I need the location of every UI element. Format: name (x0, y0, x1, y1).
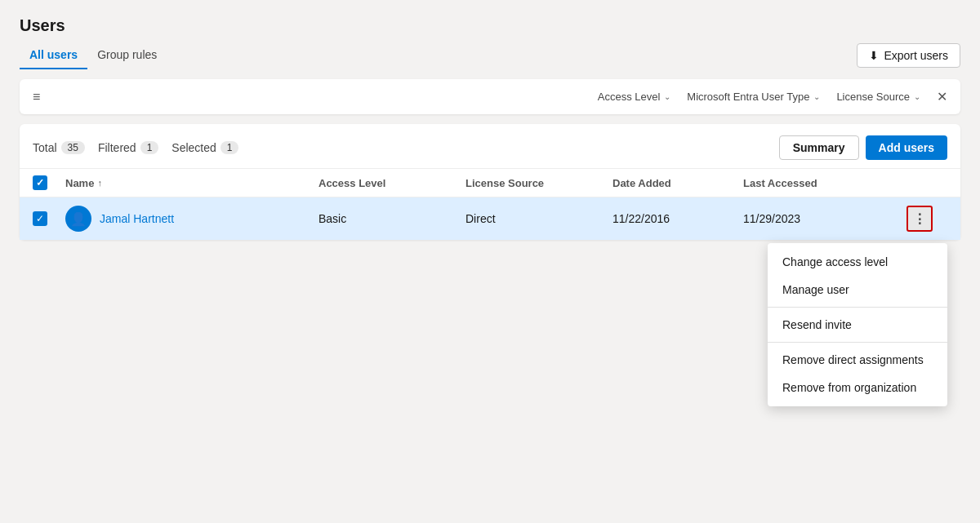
filter-icon[interactable]: ≡ (33, 90, 40, 104)
manage-user-item[interactable]: Manage user (768, 276, 947, 304)
access-level-dropdown[interactable]: Access Level ⌄ (598, 91, 671, 103)
header-actions-col (906, 175, 947, 190)
header-checkbox[interactable]: ✓ (33, 175, 47, 190)
tabs-row: All users Group rules ⬇ Export users (20, 42, 960, 69)
header-license-source-label: License Source (466, 177, 544, 189)
avatar: 👤 (65, 206, 91, 232)
row-check-icon: ✓ (36, 213, 44, 224)
panel-actions: Summary Add users (779, 135, 947, 160)
main-panel: Total 35 Filtered 1 Selected 1 Summary A… (20, 124, 960, 240)
header-name-col[interactable]: Name ↑ (65, 175, 318, 190)
summary-button[interactable]: Summary (779, 135, 859, 160)
filter-bar: ≡ Access Level ⌄ Microsoft Entra User Ty… (20, 79, 960, 114)
header-checkbox-col: ✓ (33, 175, 65, 190)
access-level-label: Access Level (598, 91, 661, 103)
header-license-source-col[interactable]: License Source (466, 175, 612, 190)
row-checkbox-cell: ✓ (33, 211, 65, 226)
access-level-chevron-icon: ⌄ (664, 92, 670, 101)
row-checkbox[interactable]: ✓ (33, 211, 47, 226)
entra-user-type-chevron-icon: ⌄ (813, 92, 820, 101)
stats-row: Total 35 Filtered 1 Selected 1 (33, 141, 238, 154)
filter-close-icon[interactable]: ✕ (937, 89, 947, 104)
filtered-label: Filtered (98, 141, 136, 154)
user-cell: 👤 Jamal Hartnett (65, 206, 318, 232)
last-accessed-cell: 11/29/2023 (743, 212, 906, 225)
selected-badge: 1 (220, 141, 239, 154)
add-users-button[interactable]: Add users (866, 135, 947, 160)
selected-label: Selected (172, 141, 216, 154)
date-added-value: 11/22/2016 (612, 212, 670, 225)
tab-all-users[interactable]: All users (20, 42, 87, 69)
resend-invite-item[interactable]: Resend invite (768, 311, 947, 339)
entra-user-type-label: Microsoft Entra User Type (687, 91, 809, 103)
menu-divider-1 (768, 307, 947, 308)
user-name[interactable]: Jamal Hartnett (100, 212, 174, 225)
license-source-chevron-icon: ⌄ (914, 92, 920, 101)
filtered-badge: 1 (140, 141, 159, 154)
total-label: Total (33, 141, 57, 154)
date-added-cell: 11/22/2016 (612, 212, 743, 225)
license-source-label: License Source (836, 91, 910, 103)
header-last-accessed-label: Last Accessed (743, 177, 817, 189)
header-last-accessed-col[interactable]: Last Accessed (743, 175, 906, 190)
more-options-button[interactable]: ⋮ (906, 206, 933, 232)
row-actions-cell: ⋮ (906, 206, 947, 232)
total-badge: 35 (61, 141, 85, 154)
context-menu: Change access level Manage user Resend i… (768, 243, 947, 406)
header-check-icon: ✓ (36, 177, 44, 188)
tabs-container: All users Group rules (20, 42, 167, 69)
header-date-added-col[interactable]: Date Added (612, 175, 743, 190)
total-stat: Total 35 (33, 141, 85, 154)
export-users-button[interactable]: ⬇ Export users (857, 43, 960, 68)
export-users-label: Export users (884, 49, 948, 62)
remove-from-organization-item[interactable]: Remove from organization (768, 374, 947, 401)
page-title: Users (20, 16, 960, 35)
license-source-value: Direct (466, 212, 496, 225)
header-access-level-col[interactable]: Access Level (318, 175, 466, 190)
license-source-dropdown[interactable]: License Source ⌄ (836, 91, 920, 103)
tab-group-rules[interactable]: Group rules (87, 42, 167, 69)
change-access-level-item[interactable]: Change access level (768, 248, 947, 276)
access-level-value: Basic (318, 212, 346, 225)
table-row: ✓ 👤 Jamal Hartnett Basic Direct 11/22/20… (20, 197, 960, 240)
header-date-added-label: Date Added (612, 177, 671, 189)
name-sort-icon: ↑ (97, 178, 102, 188)
avatar-icon: 👤 (70, 211, 87, 227)
menu-divider-2 (768, 342, 947, 343)
more-dots-icon: ⋮ (913, 211, 927, 227)
header-name-label: Name (65, 177, 94, 189)
panel-header: Total 35 Filtered 1 Selected 1 Summary A… (20, 124, 960, 169)
export-down-icon: ⬇ (869, 49, 879, 62)
license-source-cell: Direct (466, 212, 612, 225)
table-header: ✓ Name ↑ Access Level License Source Dat… (20, 169, 960, 197)
entra-user-type-dropdown[interactable]: Microsoft Entra User Type ⌄ (687, 91, 820, 103)
header-access-level-label: Access Level (318, 177, 385, 189)
selected-stat: Selected 1 (172, 141, 238, 154)
last-accessed-value: 11/29/2023 (743, 212, 800, 225)
filtered-stat: Filtered 1 (98, 141, 158, 154)
remove-direct-assignments-item[interactable]: Remove direct assignments (768, 346, 947, 374)
access-level-cell: Basic (318, 212, 466, 225)
